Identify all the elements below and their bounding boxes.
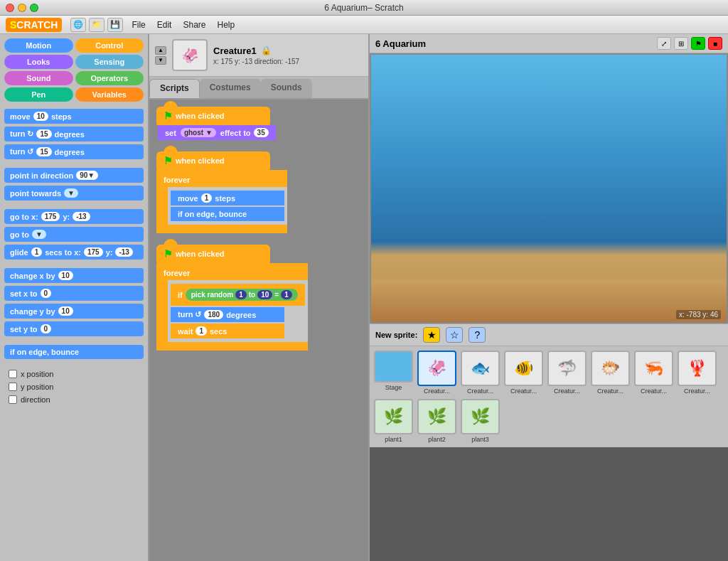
new-sprite-paint-btn[interactable]: ★ [423, 327, 440, 343]
folder-icon[interactable]: 📁 [89, 18, 105, 32]
sprite-label-1: Creatur... [467, 388, 493, 395]
cat-sensing[interactable]: Sensing [75, 55, 144, 69]
checkbox-direction[interactable] [9, 395, 17, 404]
new-sprite-upload-btn[interactable]: ? [469, 327, 486, 343]
bounce-block[interactable]: if on edge, bounce [171, 207, 284, 221]
tab-scripts[interactable]: Scripts [149, 79, 200, 98]
tab-costumes[interactable]: Costumes [200, 79, 261, 98]
cat-operators[interactable]: Operators [75, 71, 144, 85]
hat-block-2[interactable]: ⚑ when clicked [156, 151, 270, 170]
block-turn-ccw[interactable]: turn ↺ 15 degrees [4, 144, 144, 159]
cat-variables[interactable]: Variables [75, 87, 144, 102]
sprite-thumb-2[interactable]: 🐠 Creatur... [504, 351, 543, 395]
sprite-header: ▲ ▼ 🦑 Creature1 🔒 x: 175 y: -13 directio… [149, 34, 368, 77]
turn-180-block[interactable]: turn ↺ 180 degrees [171, 307, 284, 322]
move-1-block[interactable]: move 1 steps [171, 191, 284, 205]
hat-label-2: when clicked [176, 156, 224, 165]
new-sprite-bar: New sprite: ★ ☆ ? [370, 324, 728, 346]
block-set-y[interactable]: set y to 0 [4, 321, 144, 336]
forever-block-1[interactable]: forever move 1 steps if on edge, bounce [156, 170, 287, 233]
stage-size-btn[interactable]: ⊞ [674, 37, 688, 50]
block-change-x[interactable]: change x by 10 [4, 268, 144, 283]
sprite-thumb-5[interactable]: 🦐 Creatur... [634, 351, 673, 395]
menu-icons[interactable]: 🌐 📁 💾 [70, 18, 123, 32]
block-move[interactable]: move 10 steps [4, 109, 144, 124]
plant-img-3: 🌿 [461, 399, 500, 434]
block-go-to[interactable]: go to ▼ [4, 227, 144, 242]
green-flag-icon-2: ⚑ [164, 155, 173, 166]
minimize-button[interactable] [18, 4, 26, 12]
cat-control[interactable]: Control [75, 38, 144, 53]
block-set-x[interactable]: set x to 0 [4, 286, 144, 301]
new-sprite-random-btn[interactable]: ☆ [446, 327, 463, 343]
stop-btn[interactable]: ■ [708, 37, 722, 50]
if-block[interactable]: if pick random 1 to 10 = 1 [171, 284, 305, 306]
plant-label-1: plant1 [385, 436, 402, 443]
checkbox-y-position[interactable] [9, 383, 17, 391]
forever-block-2[interactable]: forever if pick random 1 to 10 = 1 [156, 263, 308, 351]
stage-title: 6 Aquarium [375, 38, 426, 49]
sprite-thumb-4[interactable]: 🐡 Creatur... [591, 351, 630, 395]
stage-thumb-item[interactable]: Stage [374, 351, 413, 395]
scripts-workspace[interactable]: ⚑ when clicked set ghost ▼ effect to 35 … [149, 100, 368, 561]
stage-fullscreen-btn[interactable]: ⤢ [657, 37, 671, 50]
plant-thumb-1[interactable]: 🌿 plant1 [374, 399, 413, 443]
sprite-thumbnail: 🦑 [172, 39, 208, 71]
plant-thumb-3[interactable]: 🌿 plant3 [461, 399, 500, 443]
set-ghost-block[interactable]: set ghost ▼ effect to 35 [158, 125, 276, 140]
sprite-img-2: 🐠 [504, 351, 543, 386]
block-direction-var[interactable]: direction [4, 393, 144, 406]
block-x-position[interactable]: x position [4, 368, 144, 380]
cat-pen[interactable]: Pen [4, 87, 73, 102]
new-sprite-label: New sprite: [375, 331, 417, 339]
sprite-nav[interactable]: ▲ ▼ [155, 46, 166, 65]
block-point-towards[interactable]: point towards ▼ [4, 186, 144, 201]
tab-sounds[interactable]: Sounds [261, 79, 312, 98]
block-edge-bounce[interactable]: if on edge, bounce [4, 345, 144, 359]
stage-coords: x: -783 y: 46 [676, 310, 721, 319]
sprite-nav-down[interactable]: ▼ [155, 56, 166, 65]
menu-help[interactable]: Help [217, 20, 235, 30]
block-y-position[interactable]: y position [4, 380, 144, 393]
hat-block-3[interactable]: ⚑ when clicked [156, 245, 270, 263]
checkbox-x-position[interactable] [9, 370, 17, 378]
sprite-thumb-1[interactable]: 🐟 Creatur... [461, 351, 500, 395]
hat-block-1[interactable]: ⚑ when clicked [156, 107, 270, 125]
block-turn-cw[interactable]: turn ↻ 15 degrees [4, 127, 144, 141]
stage-canvas[interactable]: 🐟 🐠 🦑 🐟 🐡 🐠 🦈 🪼 x: -783 y: 46 [370, 53, 728, 324]
script-stack-3: ⚑ when clicked forever if pick random 1 … [156, 245, 361, 351]
block-point-direction[interactable]: point in direction 90▼ [4, 168, 144, 183]
green-flag-icon-1: ⚑ [164, 110, 173, 122]
sprite-nav-up[interactable]: ▲ [155, 46, 166, 55]
cat-looks[interactable]: Looks [4, 55, 73, 69]
save-icon[interactable]: 💾 [107, 18, 123, 32]
sprite-label-2: Creatur... [510, 388, 537, 395]
blocks-list: move 10 steps turn ↻ 15 degrees turn ↺ 1… [0, 106, 148, 561]
sprite-img-4: 🐡 [591, 351, 630, 386]
sprite-thumb-6[interactable]: 🦞 Creatur... [678, 351, 717, 395]
menu-file[interactable]: File [132, 20, 145, 30]
close-button[interactable] [6, 4, 14, 12]
sprite-img-0: 🦑 [417, 351, 456, 386]
sprites-tray: Stage 🦑 Creatur... 🐟 Creatur... 🐠 Creatu… [370, 346, 728, 447]
scratch-logo: SCRATCH [6, 18, 62, 32]
stage-thumb-img [374, 351, 413, 383]
sprite-thumb-3[interactable]: 🦈 Creatur... [547, 351, 587, 395]
sprite-thumb-0[interactable]: 🦑 Creatur... [417, 351, 456, 395]
sprite-img-6: 🦞 [678, 351, 717, 386]
cat-sound[interactable]: Sound [4, 71, 73, 85]
maximize-button[interactable] [30, 4, 38, 12]
block-glide[interactable]: glide 1 secs to x: 175 y: -13 [4, 245, 144, 260]
tabs-row: Scripts Costumes Sounds [149, 77, 368, 100]
lock-icon: 🔒 [261, 46, 272, 55]
block-change-y[interactable]: change y by 10 [4, 304, 144, 319]
menu-edit[interactable]: Edit [157, 20, 172, 30]
menu-share[interactable]: Share [183, 20, 205, 30]
wait-1-block[interactable]: wait 1 secs [171, 324, 284, 338]
cat-motion[interactable]: Motion [4, 38, 73, 53]
plant-thumb-2[interactable]: 🌿 plant2 [417, 399, 456, 443]
globe-icon[interactable]: 🌐 [70, 18, 86, 32]
green-flag-btn[interactable]: ⚑ [691, 37, 705, 50]
window-controls[interactable] [6, 4, 38, 12]
block-go-to-xy[interactable]: go to x: 175 y: -13 [4, 209, 144, 224]
